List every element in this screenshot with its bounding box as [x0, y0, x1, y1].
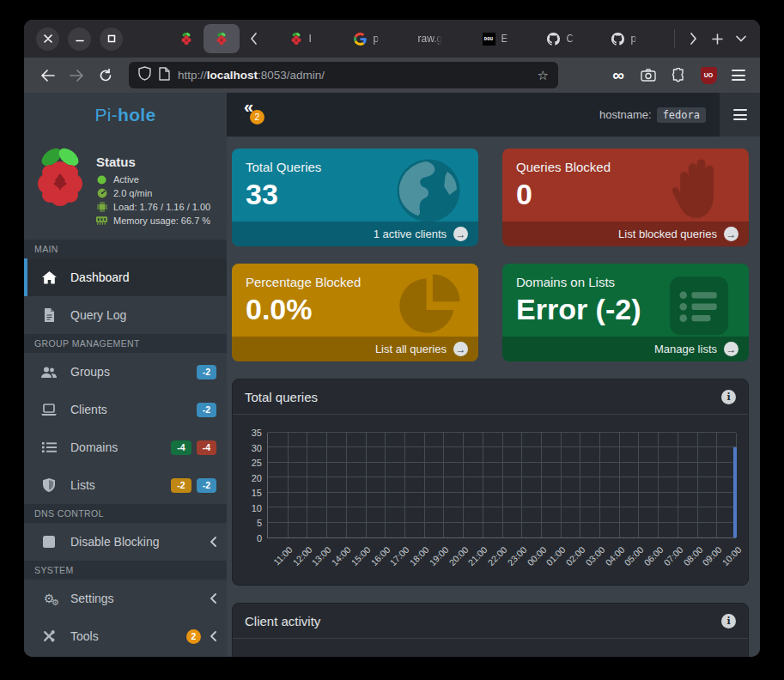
- ublock-shield: UO: [701, 67, 717, 84]
- page-info-icon[interactable]: [159, 67, 170, 84]
- y-axis-label: 10: [234, 503, 262, 513]
- y-axis-label: 15: [234, 488, 262, 498]
- v-gridline: [385, 433, 386, 537]
- query-bar-10:00[interactable]: [733, 447, 737, 537]
- hostname-value: fedora: [657, 107, 706, 123]
- screenshot-camera-icon[interactable]: [637, 64, 659, 87]
- sidebar-collapse-button[interactable]: « 2: [240, 95, 266, 130]
- v-gridline: [404, 433, 405, 537]
- y-axis-label: 20: [234, 473, 262, 483]
- v-gridline: [716, 433, 717, 537]
- sidebar-item-groups[interactable]: Groups-2: [24, 353, 227, 391]
- total-queries-chart[interactable]: 05101520253035 11:0012:0013:0014:0015:00…: [233, 415, 748, 585]
- ublock-origin-icon[interactable]: UO: [697, 64, 720, 87]
- maximize-button[interactable]: [100, 27, 123, 51]
- status-gauge: 2.0 q/min: [96, 188, 210, 198]
- back-button[interactable]: [34, 63, 60, 88]
- tab-title: E: [501, 33, 508, 45]
- tab-scroll-right-icon[interactable]: [682, 27, 706, 51]
- pihole-logo: Pi-hole: [24, 93, 227, 137]
- sidebar-section-system: SYSTEM: [24, 561, 227, 580]
- sidebar-item-label: Query Log: [70, 308, 216, 322]
- browser-tab-1[interactable]: p: [349, 32, 413, 46]
- hamburger-icon: [732, 70, 745, 81]
- sidebar-item-tools[interactable]: Tools2: [24, 617, 227, 655]
- info-icon[interactable]: i: [721, 614, 736, 628]
- browser-tab-0[interactable]: I: [284, 32, 349, 46]
- total-queries-plot[interactable]: [267, 433, 736, 538]
- sidebar-item-label: Tools: [70, 629, 181, 643]
- update-count-badge: 2: [250, 110, 264, 124]
- sidebar-item-disable-blocking[interactable]: Disable Blocking: [24, 523, 227, 561]
- new-tab-button[interactable]: [705, 27, 729, 51]
- tab-scroll-left-icon[interactable]: [243, 33, 265, 45]
- pinned-tab-raspberry[interactable]: [179, 32, 193, 46]
- status-title: Status: [96, 155, 210, 169]
- status-text: 2.0 q/min: [113, 188, 152, 198]
- y-axis-label: 25: [234, 458, 262, 468]
- header-bar: « 2 hostname: fedora: [227, 93, 720, 137]
- browser-tab-5[interactable]: p: [606, 32, 671, 46]
- card-footer-link[interactable]: 1 active clients→: [232, 222, 478, 246]
- count-badge: -2: [197, 403, 216, 417]
- count-badge: -2: [197, 478, 216, 493]
- list-icon: [27, 441, 70, 453]
- browser-tab-2[interactable]: raw.g: [413, 32, 477, 46]
- arrow-circle-right-icon: →: [724, 342, 738, 356]
- browser-window: Ipraw.gDOUECp http://local: [24, 20, 760, 657]
- tab-bar: Ipraw.gDOUECp: [24, 20, 760, 58]
- users-icon: [27, 366, 70, 379]
- memory-icon: [96, 216, 107, 225]
- tracking-protection-shield-icon[interactable]: [138, 66, 151, 84]
- sidebar-item-query-log[interactable]: Query Log: [24, 296, 227, 334]
- active-tab-pihole[interactable]: [204, 24, 240, 53]
- toolbar-extension-icons: ∞ UO: [607, 64, 750, 87]
- sidebar-section-dns-control: DNS CONTROL: [24, 504, 227, 523]
- card-footer-link[interactable]: List blocked queries→: [502, 222, 749, 246]
- sidebar-item-lists[interactable]: Lists-2-2: [24, 466, 227, 504]
- card-footer-link[interactable]: List all queries→: [232, 337, 478, 361]
- minimize-button[interactable]: [68, 27, 91, 51]
- bookmark-star-icon[interactable]: ☆: [538, 68, 549, 83]
- v-gridline: [521, 433, 522, 537]
- card-value: 0.0%: [232, 289, 478, 326]
- info-icon[interactable]: i: [721, 390, 736, 404]
- raspberry-logo: [33, 144, 88, 229]
- url-text[interactable]: http://localhost:8053/admin/: [178, 69, 530, 82]
- sidebar-item-clients[interactable]: Clients-2: [24, 391, 227, 428]
- tab-separator: [674, 29, 675, 48]
- v-gridline: [288, 433, 289, 537]
- github-favicon: [547, 32, 561, 46]
- arrow-circle-right-icon: →: [453, 342, 468, 356]
- extensions-puzzle-icon[interactable]: [667, 64, 690, 87]
- forward-button[interactable]: [64, 63, 89, 88]
- reload-button[interactable]: [93, 63, 119, 88]
- browser-menu-icon[interactable]: [727, 64, 750, 87]
- infinity-extension-icon[interactable]: ∞: [607, 64, 629, 87]
- v-gridline: [326, 433, 327, 537]
- browser-tab-4[interactable]: C: [542, 32, 606, 46]
- chip-icon: [96, 202, 107, 212]
- total-queries-panel-header: Total queries i: [233, 379, 748, 415]
- close-button[interactable]: [36, 27, 59, 51]
- card-footer-link[interactable]: Manage lists→: [502, 337, 749, 361]
- v-gridline: [599, 433, 600, 537]
- arrow-circle-right-icon: →: [724, 227, 738, 241]
- client-activity-chart[interactable]: [233, 639, 748, 657]
- sidebar-item-domains[interactable]: Domains-4-4: [24, 428, 227, 466]
- summary-cards: Total Queries331 active clients→Queries …: [232, 149, 749, 361]
- count-badge: -2: [197, 365, 216, 379]
- pihole-menu-button[interactable]: [720, 93, 760, 137]
- shield-icon: [27, 478, 70, 492]
- pihole-hamburger-icon: [733, 109, 747, 120]
- address-bar[interactable]: http://localhost:8053/admin/ ☆: [129, 62, 558, 88]
- sidebar-item-label: Disable Blocking: [70, 535, 201, 549]
- v-gridline: [580, 433, 580, 537]
- browser-tab-3[interactable]: DOUE: [477, 32, 542, 46]
- list-tabs-button[interactable]: [729, 27, 753, 51]
- sidebar-item-settings[interactable]: ⚙⚙Settings: [24, 580, 227, 617]
- card-footer-label: List all queries: [375, 343, 447, 355]
- total-queries-title: Total queries: [245, 390, 318, 404]
- sidebar-item-label: Domains: [70, 440, 166, 454]
- sidebar-item-dashboard[interactable]: Dashboard: [24, 258, 227, 296]
